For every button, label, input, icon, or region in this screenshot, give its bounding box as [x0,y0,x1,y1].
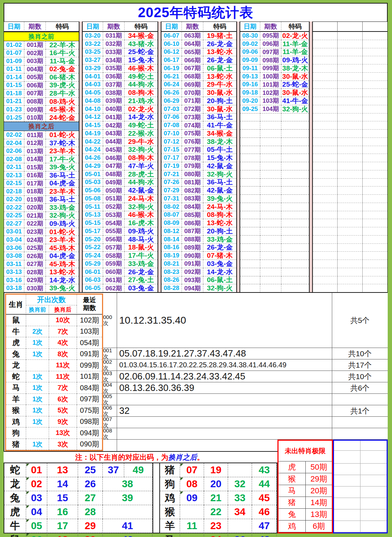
code-cell: 16-虎-木 [125,219,158,227]
stats-zodiac-cell: 猪 [6,439,26,450]
column-header-period: 期数 [103,22,125,32]
code-cell: 44-狗-水 [125,179,158,187]
column-header-code: 特码 [125,22,158,32]
limit-period-cell: 20期 [306,485,332,497]
stats-after-count-cell: 10次 [49,315,77,326]
period-cell: 047期 [103,162,125,170]
empty-cell [338,179,362,187]
date-cell: 09-06 [240,48,260,57]
code-cell [281,244,309,252]
period-cell: 052期 [103,203,125,211]
code-cell: 43-猪-水 [125,40,158,48]
mapping-number-cell: 25 [78,463,103,477]
mapping-number-cell: 44 [252,477,277,491]
code-cell: 41-牛-金 [203,121,236,130]
frequency-numbers: 02.06.09.11.14.23.24.33.42.45 [117,371,332,382]
stats-zodiac-cell: 兔 [6,349,26,360]
stats-header-recent-line1: 最近 [83,296,96,304]
code-cell: 32-狗-火 [125,203,158,211]
corner-mark-icon [180,478,183,480]
period-cell: 078期 [182,154,203,162]
limit-period-cell: 29期 [306,473,332,485]
code-cell: 25-蛇-金 [281,81,309,89]
blue-box-empty-cell [360,475,387,487]
empty-cell [363,244,387,252]
empty-cell [313,32,338,40]
empty-cell [338,187,362,195]
code-cell: 01-蛇-火 [46,228,79,236]
empty-cell [313,138,338,146]
period-cell: 087期 [182,227,203,236]
code-cell: 23-羊-木 [46,188,79,196]
period-cell: 094期 [182,284,203,292]
empty-cell [313,121,338,130]
column-header-date: 日期 [240,22,260,32]
code-cell: 08-鸡-火 [46,98,79,106]
date-cell [240,146,260,154]
period-cell: 099期 [260,64,281,73]
limit-box-title: 未出特肖极限 [279,441,332,461]
blue-box-empty-cell [360,498,387,509]
mapping-number-cell: 26 [78,477,103,491]
stats-header-before: 换肖前 [26,305,49,315]
code-cell: 34-猴-金 [203,130,236,138]
frequency-label: 001次 [103,348,117,359]
period-cell: 014期 [24,155,46,164]
mapping-number-cell: 42 [103,533,153,537]
blue-box-empty-cell [334,487,360,498]
empty-cell [363,276,387,285]
date-cell: 03-06 [4,244,24,252]
empty-cell [313,260,338,268]
code-cell: 17-牛-火 [125,252,158,260]
date-cell: 07-29 [161,187,182,195]
period-cell: 036期 [103,73,125,81]
empty-cell [313,203,338,211]
date-cell: 03-11 [4,260,24,268]
date-cell [240,260,260,268]
code-cell: 23-羊-木 [46,147,79,155]
period-cell: 093期 [182,276,203,285]
date-cell: 09-09 [240,56,260,64]
period-cell: 004期 [24,66,46,74]
stats-before-count-cell: 1次 [26,405,49,416]
period-cell [260,121,281,130]
mapping-number-cell: 02 [26,477,47,491]
frequency-row: 002次01.03.04.15.16.17.20.22.25.28.29.34.… [103,359,388,371]
stats-zodiac-cell: 鼠 [6,315,26,326]
stats-before-count-cell [26,315,49,326]
period-cell [260,187,281,195]
date-cell: 01-21 [4,98,24,106]
date-cell: 01-25 [4,114,24,122]
blue-box-empty-cell [360,464,387,475]
mapping-table-left: 蛇0113253749龙02142638兔03152739虎041628牛051… [4,463,153,533]
period-cell: 031期 [103,32,125,40]
code-cell [281,236,309,244]
stats-before-count-cell: 1次 [26,337,49,349]
period-cell: 008期 [24,98,46,106]
code-cell: 46-猴-木 [125,64,158,73]
empty-cell [338,121,362,130]
period-cell [260,211,281,219]
code-cell [281,187,309,195]
period-cell: 048期 [103,170,125,179]
stats-zodiac-cell: 牛 [6,326,26,338]
empty-cell [363,73,387,81]
empty-header-cell [338,22,362,32]
period-cell: 069期 [182,81,203,89]
empty-cell [363,284,387,292]
mapping-number-cell: 16 [47,505,78,519]
code-cell: 17-牛-火 [46,155,79,164]
column-header-period: 期数 [260,22,281,32]
code-cell: 01-蛇-火 [46,131,79,139]
zodiac-stats-table: 生肖 开出次数 换肖前 换肖后 最近 期数 鼠10次102期牛2次7次103期虎… [5,294,103,451]
code-cell: 11-羊-金 [281,48,309,57]
empty-cell [338,73,362,81]
stats-before-count-cell: 1次 [26,382,49,394]
period-cell: 013期 [24,147,46,155]
code-cell: 46-猴-木 [125,211,158,219]
date-cell: 03-18 [4,284,24,292]
frequency-numbers: 01.03.04.15.16.17.20.22.25.28.29.34.38.4… [117,359,332,371]
stats-recent-period-cell: 090期 [77,439,102,450]
date-cell: 02-25 [4,212,24,220]
code-cell [281,146,309,154]
